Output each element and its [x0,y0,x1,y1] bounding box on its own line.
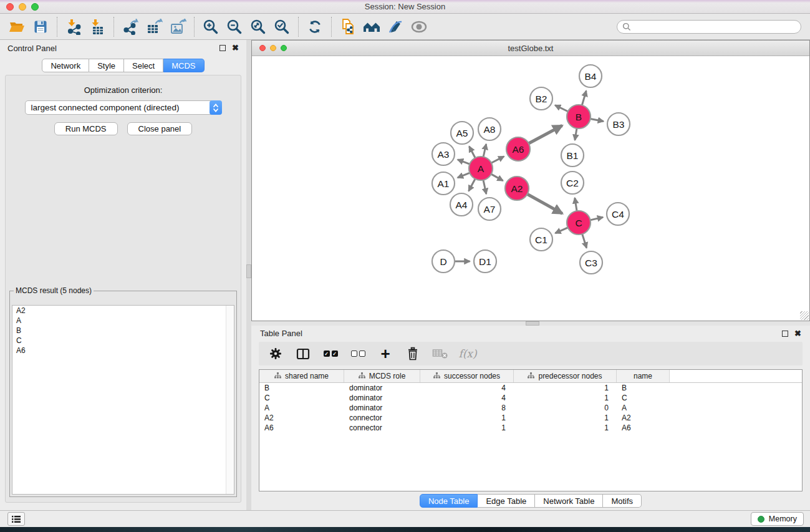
tab-motifs[interactable]: Motifs [603,494,642,508]
graph-edge-A-A8[interactable] [483,144,486,157]
column-header-predecessor-nodes[interactable]: predecessor nodes [514,370,617,382]
close-panel-icon[interactable]: ✖ [232,45,239,51]
table-row[interactable]: Cdominator41C [259,393,802,403]
delete-table-button[interactable] [430,344,451,364]
splitter-handle[interactable] [526,321,539,326]
deselect-all-rows-button[interactable] [347,344,369,364]
table-row[interactable]: A2connector11A2 [259,413,802,423]
save-session-button[interactable] [29,16,52,38]
column-header-shared-name[interactable]: shared name [259,370,344,382]
export-table-icon [146,19,163,35]
graph-edge-A-A7[interactable] [483,180,486,194]
mcds-result-title: MCDS result (5 nodes) [14,286,94,295]
tab-node-table[interactable]: Node Table [420,494,478,508]
vertical-splitter[interactable] [246,40,251,510]
export-network-button[interactable] [118,16,142,38]
graph-node-label: C1 [535,235,547,245]
tab-style[interactable]: Style [89,59,124,72]
select-all-rows-button[interactable]: ✓✓ [320,344,341,364]
zoom-out-button[interactable] [223,16,246,38]
graph-edge-A-A5[interactable] [469,147,475,158]
graph-edge-C-C4[interactable] [591,217,603,220]
float-panel-icon[interactable] [219,45,226,51]
table-cell: A6 [259,423,344,432]
graph-edge-C-C3[interactable] [582,234,587,248]
resize-grip[interactable] [800,311,809,320]
column-tree-icon [274,372,281,380]
graph-edge-A6-B[interactable] [529,125,562,143]
tab-network[interactable]: Network [42,59,89,72]
export-table-button[interactable] [142,16,166,38]
mcds-result-item[interactable]: B [12,326,234,336]
table-row[interactable]: Bdominator41B [259,383,802,393]
table-settings-button[interactable] [265,344,286,364]
graph-edge-B-B3[interactable] [591,119,604,122]
search-input[interactable] [634,22,796,31]
graph-edge-B-B1[interactable] [575,128,577,140]
table-row[interactable]: A6connector11A6 [259,423,802,433]
table-body: Bdominator41BCdominator41CAdominator80AA… [259,383,802,433]
close-panel-icon[interactable]: ✖ [794,331,801,337]
import-table-button[interactable] [85,16,109,38]
column-header-MCDS-role[interactable]: MCDS role [344,370,420,382]
float-panel-icon[interactable] [782,331,788,337]
network-canvas[interactable]: B4B2BB3A8A5A6A3B1AC2A1A2A4A7C4CC1C3DD1 [252,56,809,321]
import-network-button[interactable] [62,16,85,38]
function-builder-button[interactable]: f(x) [457,344,478,364]
show-column-panel-button[interactable] [292,344,314,364]
mcds-result-item[interactable]: C [12,336,234,346]
horizontal-splitter[interactable] [251,321,810,326]
graph-edge-A2-C[interactable] [528,194,562,213]
zoom-fit-button[interactable] [246,16,270,38]
export-image-button[interactable] [166,16,190,38]
open-session-button[interactable] [5,16,29,38]
splitter-handle[interactable] [246,264,251,278]
run-mcds-button[interactable]: Run MCDS [54,122,118,135]
mcds-result-item[interactable]: A [12,316,234,326]
mcds-result-list[interactable]: A2ABCA6 [12,305,234,495]
save-floppy-icon [33,19,48,34]
graph-edge-C-C1[interactable] [555,228,567,233]
import-network-icon [65,19,82,35]
column-header-successor-nodes[interactable]: successor nodes [420,370,514,382]
search-box[interactable] [617,20,801,34]
mcds-result-item[interactable]: A6 [12,346,234,355]
criterion-select[interactable]: largest connected component (directed) [25,100,222,115]
show-graphics-details-button[interactable] [407,16,431,38]
node-table[interactable]: shared nameMCDS rolesuccessor nodesprede… [259,369,803,491]
graph-node-label: D [440,256,446,267]
graph-edge-A-A1[interactable] [458,173,470,178]
zoom-selected-button[interactable] [270,16,294,38]
tab-mcds[interactable]: MCDS [163,59,204,72]
hide-annotations-button[interactable] [383,16,407,38]
refresh-view-button[interactable] [303,16,327,38]
table-cell: dominator [344,394,420,402]
titlebar: Session: New Session [0,0,810,14]
tab-edge-table[interactable]: Edge Table [478,494,535,508]
memory-button[interactable]: Memory [751,512,804,526]
graph-edge-A-A4[interactable] [469,179,475,191]
delete-column-button[interactable] [402,344,423,364]
add-column-button[interactable]: + [375,344,396,364]
table-row[interactable]: Adominator80A [259,403,802,413]
table-cell: connector [344,423,420,432]
graph-edge-B-B4[interactable] [582,91,586,105]
column-header-name[interactable]: name [617,370,670,382]
show-task-history-button[interactable] [7,512,25,526]
graph-node-label: B4 [585,71,597,82]
graph-edge-A-A3[interactable] [458,160,470,164]
new-network-from-selection-button[interactable] [336,16,360,38]
plus-icon: + [380,347,390,360]
tab-network-table[interactable]: Network Table [535,494,603,508]
close-panel-button[interactable]: Close panel [127,122,193,135]
graph-edge-B-B2[interactable] [555,105,568,112]
first-neighbors-button[interactable] [360,16,383,38]
graph-edge-A-A6[interactable] [491,157,504,163]
mcds-result-item[interactable]: A2 [12,306,234,316]
columns-icon [296,348,310,360]
scrollbar-track[interactable] [226,306,234,494]
zoom-in-button[interactable] [199,16,223,38]
graph-edge-C-C2[interactable] [575,198,577,211]
graph-edge-A-A2[interactable] [491,174,503,180]
tab-select[interactable]: Select [124,59,163,72]
